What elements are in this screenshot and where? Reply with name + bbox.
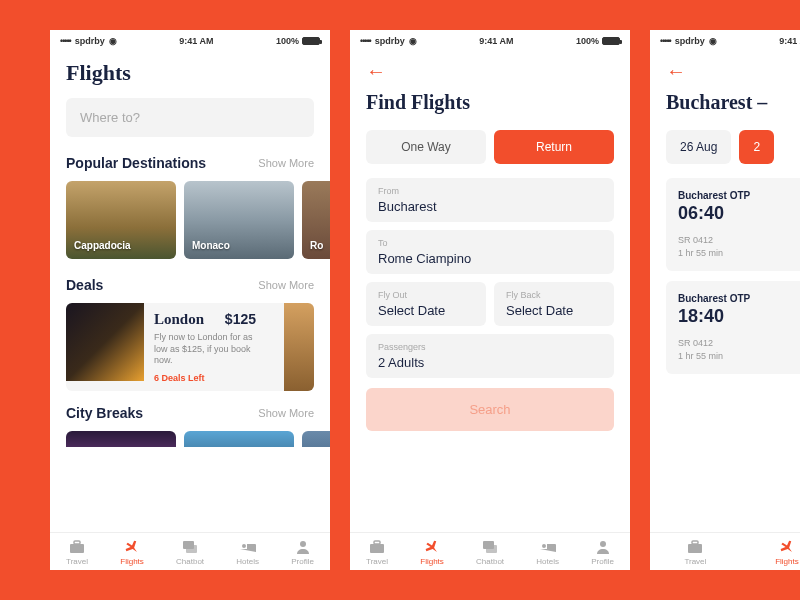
svg-point-4 — [300, 541, 306, 547]
deal-city: London — [154, 311, 204, 328]
deal-price: $125 — [225, 311, 256, 327]
person-icon — [594, 539, 612, 555]
deal-peek — [284, 303, 314, 391]
deal-card[interactable]: London $125 Fly now to London for as low… — [66, 303, 314, 391]
oneway-toggle[interactable]: One Way — [366, 130, 486, 164]
status-time: 9:41 AM — [779, 36, 800, 46]
deal-image — [66, 303, 144, 381]
citybreak-card[interactable] — [66, 431, 176, 447]
svg-rect-0 — [70, 544, 84, 553]
destination-card[interactable]: Ro — [302, 181, 330, 259]
status-bar: •••••spdrby◉ 9:41 AM 100% — [350, 30, 630, 52]
status-time: 9:41 AM — [479, 36, 513, 46]
suitcase-icon — [68, 539, 86, 555]
citybreak-row[interactable] — [66, 431, 314, 447]
bed-icon — [239, 539, 257, 555]
svg-rect-6 — [374, 541, 380, 544]
suitcase-icon — [686, 539, 704, 555]
bed-icon — [539, 539, 557, 555]
screen-flights: •••••spdrby◉ 9:41 AM 100% Flights Where … — [50, 30, 330, 570]
from-field[interactable]: From Bucharest — [366, 178, 614, 222]
search-input[interactable]: Where to? — [66, 98, 314, 137]
destination-card[interactable]: Cappadocia — [66, 181, 176, 259]
tab-hotels[interactable]: Hotels — [536, 539, 559, 566]
suitcase-icon — [368, 539, 386, 555]
popular-title: Popular Destinations — [66, 155, 206, 171]
destination-card[interactable]: Monaco — [184, 181, 294, 259]
tab-profile[interactable]: Profile — [291, 539, 314, 566]
citybreak-card[interactable] — [184, 431, 294, 447]
show-more-link[interactable]: Show More — [258, 407, 314, 419]
svg-rect-3 — [186, 545, 197, 553]
tab-hotels[interactable]: Hotels — [236, 539, 259, 566]
status-time: 9:41 AM — [179, 36, 213, 46]
chat-icon — [481, 539, 499, 555]
deal-desc: Fly now to London for as low as $125, if… — [154, 332, 256, 367]
tab-flights[interactable]: Flights — [775, 539, 799, 566]
show-more-link[interactable]: Show More — [258, 157, 314, 169]
svg-rect-11 — [692, 541, 698, 544]
page-title: Bucharest – — [666, 91, 800, 114]
svg-rect-5 — [370, 544, 384, 553]
date-chip-active[interactable]: 2 — [739, 130, 774, 164]
tab-travel[interactable]: Travel — [66, 539, 88, 566]
svg-rect-10 — [688, 544, 702, 553]
search-button[interactable]: Search — [366, 388, 614, 431]
deals-left: 6 Deals Left — [154, 373, 256, 383]
citybreak-card[interactable] — [302, 431, 330, 447]
flight-card[interactable]: Bucharest OTP 06:40 SR 04121 hr 55 min — [666, 178, 800, 271]
plane-icon — [123, 539, 141, 555]
svg-rect-1 — [74, 541, 80, 544]
tab-profile[interactable]: Profile — [591, 539, 614, 566]
back-arrow-icon[interactable]: ← — [366, 60, 386, 83]
deals-title: Deals — [66, 277, 103, 293]
destination-row[interactable]: Cappadocia Monaco Ro — [66, 181, 314, 259]
return-toggle[interactable]: Return — [494, 130, 614, 164]
screen-find-flights: •••••spdrby◉ 9:41 AM 100% ← Find Flights… — [350, 30, 630, 570]
tab-bar: Travel Flights Chatbot Hotels Profile — [350, 532, 630, 570]
tab-flights[interactable]: Flights — [420, 539, 444, 566]
tab-chatbot[interactable]: Chatbot — [176, 539, 204, 566]
tab-bar: Travel Flights Chatbot Hotels Profile — [50, 532, 330, 570]
screen-results: •••••spdrby◉ 9:41 AM 100% ← Bucharest – … — [650, 30, 800, 570]
passengers-field[interactable]: Passengers 2 Adults — [366, 334, 614, 378]
status-bar: •••••spdrby◉ 9:41 AM 100% — [650, 30, 800, 52]
page-title: Find Flights — [366, 91, 614, 114]
tab-flights[interactable]: Flights — [120, 539, 144, 566]
citybreaks-title: City Breaks — [66, 405, 143, 421]
plane-icon — [423, 539, 441, 555]
svg-point-9 — [600, 541, 606, 547]
page-title: Flights — [66, 60, 314, 86]
tab-bar: Travel Flights Chatbot — [650, 532, 800, 570]
back-arrow-icon[interactable]: ← — [666, 60, 686, 83]
tab-chatbot[interactable]: Chatbot — [476, 539, 504, 566]
plane-icon — [778, 539, 796, 555]
status-bar: •••••spdrby◉ 9:41 AM 100% — [50, 30, 330, 52]
flyout-field[interactable]: Fly Out Select Date — [366, 282, 486, 326]
tab-travel[interactable]: Travel — [366, 539, 388, 566]
tab-travel[interactable]: Travel — [684, 539, 706, 566]
to-field[interactable]: To Rome Ciampino — [366, 230, 614, 274]
person-icon — [294, 539, 312, 555]
flyback-field[interactable]: Fly Back Select Date — [494, 282, 614, 326]
show-more-link[interactable]: Show More — [258, 279, 314, 291]
date-chip[interactable]: 26 Aug — [666, 130, 731, 164]
flight-card[interactable]: Bucharest OTP 18:40 SR 04121 hr 55 min — [666, 281, 800, 374]
chat-icon — [181, 539, 199, 555]
svg-rect-8 — [486, 545, 497, 553]
